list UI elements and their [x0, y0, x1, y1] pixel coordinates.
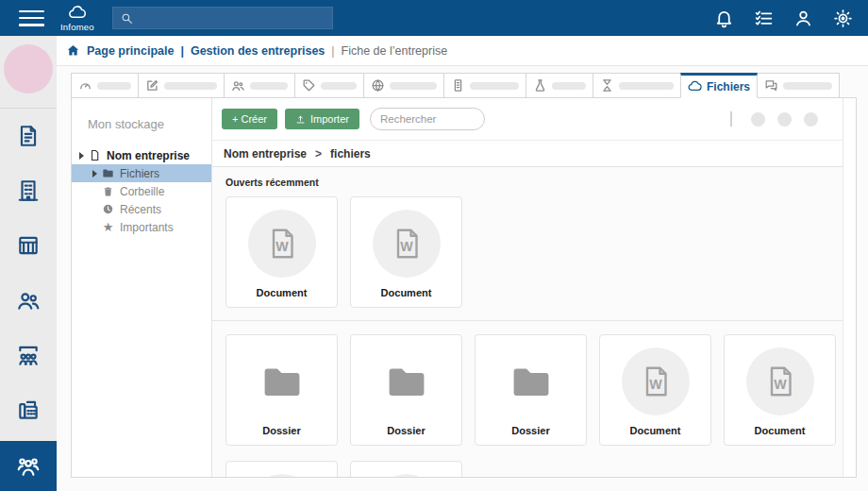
home-icon[interactable]	[66, 43, 80, 58]
folder-card-media	[248, 347, 316, 415]
tab-tag[interactable]	[294, 73, 364, 98]
cloud-icon	[688, 79, 702, 93]
svg-text:W: W	[649, 377, 662, 392]
globe-icon	[371, 78, 385, 93]
tab-edit[interactable]	[138, 73, 225, 98]
sidebar-item-calculator[interactable]	[0, 218, 57, 273]
toolbar-placeholder-button[interactable]	[777, 112, 792, 127]
import-button-label: Importer	[310, 113, 349, 125]
doc-w-icon: W	[265, 227, 299, 261]
sidebar-item-two-users[interactable]	[0, 273, 57, 328]
tab-placeholder-text	[321, 82, 357, 90]
folder-big-icon	[255, 359, 309, 404]
doc-w-icon: W	[390, 227, 424, 261]
global-search[interactable]	[112, 7, 333, 29]
tree-item-fichiers[interactable]: Fichiers	[72, 164, 211, 182]
toolbar-placeholder-button[interactable]	[804, 112, 818, 127]
caret-icon[interactable]	[79, 152, 84, 160]
tab-chat[interactable]	[757, 73, 840, 98]
tab-flask[interactable]	[526, 73, 593, 98]
tab-speedometer[interactable]	[71, 73, 139, 98]
files-search-input[interactable]	[370, 108, 485, 130]
document-card-media: W	[373, 474, 441, 477]
document-card[interactable]: WDocument	[599, 334, 711, 446]
tasks-button[interactable]	[754, 8, 774, 28]
tab-people[interactable]	[224, 73, 295, 98]
document-card[interactable]: W	[225, 461, 338, 477]
sidebar-item-meeting[interactable]	[0, 328, 57, 382]
folder-card-label: Dossier	[511, 425, 549, 436]
breadcrumb-separator: |	[331, 44, 334, 58]
files-toolbar: + Créer Importer	[212, 98, 843, 140]
people-icon	[231, 78, 245, 93]
document-card[interactable]: WDocument	[225, 196, 338, 308]
storage-tree: Nom entrepriseFichiersCorbeilleRécents★I…	[72, 146, 211, 236]
document-card-media: W	[248, 210, 316, 278]
meeting-icon	[16, 343, 41, 367]
tab-placeholder-text	[164, 82, 217, 90]
main-content: Fichiers Mon stockage Nom entrepriseFich…	[57, 66, 868, 491]
tab-label: Fichiers	[707, 80, 750, 93]
caret-icon[interactable]	[92, 170, 97, 178]
folder-card-media	[373, 347, 441, 415]
files-card-row: DossierDossierDossierWDocumentWDocument	[225, 334, 829, 446]
files-breadcrumb-separator: >	[315, 147, 322, 161]
files-breadcrumb: Nom entreprise > fichiers	[212, 140, 843, 167]
folder-card[interactable]: Dossier	[475, 334, 587, 446]
tree-item-importants[interactable]: ★Importants	[72, 218, 211, 236]
fax-icon	[16, 398, 41, 422]
document-card[interactable]: WDocument	[724, 334, 836, 446]
two-users-icon	[16, 288, 41, 313]
search-icon	[121, 12, 133, 25]
tab-globe[interactable]	[363, 73, 444, 98]
tab-placeholder-text	[619, 82, 674, 90]
files-toolbar-actions	[730, 111, 818, 127]
sidebar-item-file-text[interactable]	[0, 109, 57, 163]
breadcrumb: Page principale | Gestion des entreprise…	[57, 36, 868, 66]
user-button[interactable]	[793, 8, 813, 28]
tree-item-recents[interactable]: Récents	[72, 200, 211, 218]
doc-icon	[451, 78, 465, 93]
tree-item-label: Récents	[120, 203, 161, 216]
document-card-media: W	[248, 474, 316, 477]
files-breadcrumb-root[interactable]: Nom entreprise	[224, 147, 307, 161]
tree-item-label: Importants	[120, 221, 174, 234]
sidebar-item-fax[interactable]	[0, 382, 57, 437]
toolbar-placeholder-button[interactable]	[751, 112, 765, 127]
avatar[interactable]	[4, 44, 53, 93]
hamburger-menu-icon[interactable]	[19, 10, 44, 26]
bell-button[interactable]	[714, 8, 734, 28]
sidebar-item-user-group[interactable]	[0, 441, 57, 491]
document-card[interactable]: WDocument	[350, 196, 462, 308]
partial-card-row: WW	[212, 446, 843, 477]
import-button[interactable]: Importer	[285, 109, 359, 129]
breadcrumb-link-page-principale[interactable]: Page principale	[87, 44, 174, 58]
app-logo-text: Infomeo	[60, 23, 94, 32]
tab-placeholder-text	[390, 82, 437, 90]
create-button[interactable]: + Créer	[222, 109, 277, 129]
hourglass-icon	[600, 78, 614, 93]
doc-w-icon: W	[763, 364, 797, 398]
tree-item-label: Corbeille	[120, 185, 164, 198]
folder-card[interactable]: Dossier	[350, 334, 462, 446]
gear-button[interactable]	[833, 8, 853, 28]
global-search-input[interactable]	[139, 10, 325, 25]
folder-card[interactable]: Dossier	[225, 334, 338, 446]
tree-item-label: Fichiers	[120, 167, 159, 180]
tab-doc[interactable]	[443, 73, 526, 98]
document-circle: W	[373, 210, 441, 278]
flask-icon	[533, 78, 547, 93]
topbar: Infomeo	[0, 0, 868, 36]
breadcrumb-link-gestion-des-entreprises[interactable]: Gestion des entreprises	[191, 44, 325, 58]
tree-item-nom-entreprise[interactable]: Nom entreprise	[72, 146, 211, 164]
page-icon	[89, 149, 101, 161]
tree-item-corbeille[interactable]: Corbeille	[72, 182, 211, 200]
clock-icon	[102, 203, 114, 215]
user-group-icon	[16, 454, 41, 479]
tab-hourglass[interactable]	[593, 73, 681, 98]
sidebar-item-building[interactable]	[0, 163, 57, 218]
app-logo[interactable]: Infomeo	[60, 4, 94, 32]
star-icon: ★	[102, 221, 114, 233]
document-card[interactable]: W	[350, 461, 462, 477]
tab-fichiers[interactable]: Fichiers	[680, 73, 758, 98]
